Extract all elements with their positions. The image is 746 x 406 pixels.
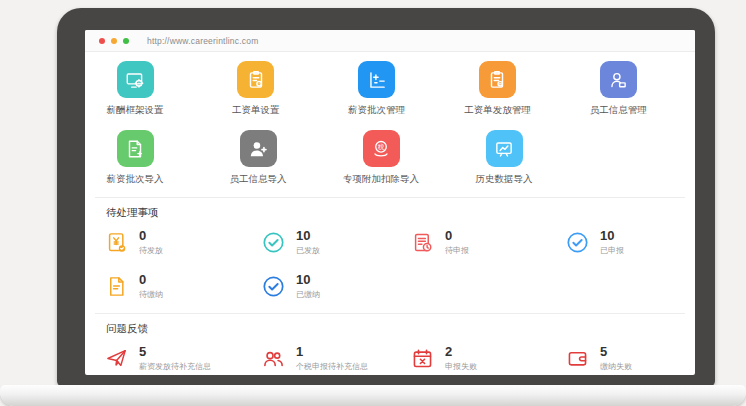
app-history-data-import[interactable]: 历史数据导入 <box>460 130 583 186</box>
app-label: 历史数据导入 <box>476 173 533 186</box>
app-payslip-distribution-management[interactable]: 工资单发放管理 <box>453 61 574 117</box>
stat-value: 5 <box>600 345 632 359</box>
stat-label: 缴纳失败 <box>600 361 632 372</box>
app-label: 薪资批次导入 <box>107 173 164 186</box>
browser-bar: http://www.careerintlinc.com <box>85 30 695 52</box>
app-payslip-settings[interactable]: 工资单设置 <box>212 61 333 117</box>
stat-label: 已缴纳 <box>296 289 320 300</box>
stat-tax-pending-info[interactable]: 1 个税申报待补充信息 <box>262 345 411 372</box>
pending-stats-row-1: 0 待发放 10 已发放 <box>85 229 695 256</box>
app-label: 工资单设置 <box>232 104 280 117</box>
address-bar[interactable]: http://www.careerintlinc.com <box>147 36 258 46</box>
app-grid-row-1: 薪酬框架设置 工资单设置 <box>85 61 695 117</box>
doc-import-icon <box>117 130 154 167</box>
stat-paid[interactable]: 10 已缴纳 <box>262 273 411 300</box>
stat-to-distribute[interactable]: 0 待发放 <box>105 229 262 256</box>
feedback-stats-row: 5 薪资发放待补充信息 1 个税申报待补充信息 <box>85 345 695 372</box>
app-employee-info-import[interactable]: 员工信息导入 <box>214 130 337 186</box>
people-icon <box>262 347 285 370</box>
pending-stats-row-2: 0 待缴纳 10 已缴纳 <box>85 273 695 300</box>
laptop-base <box>0 385 746 406</box>
app-special-deduction-import[interactable]: 税 专项附加扣除导入 <box>337 130 460 186</box>
stat-value: 0 <box>445 229 469 243</box>
stat-declare-failed[interactable]: 2 申报失败 <box>411 345 566 372</box>
clipboard-send-icon <box>479 61 516 98</box>
monitor-gear-icon <box>117 61 154 98</box>
stat-distribution-pending-info[interactable]: 5 薪资发放待补充信息 <box>105 345 262 372</box>
stat-label: 已申报 <box>600 245 624 256</box>
paper-plane-icon <box>105 347 128 370</box>
svg-text:税: 税 <box>378 143 385 151</box>
doc-list-icon <box>105 275 128 298</box>
stat-value: 1 <box>296 345 368 359</box>
stat-value: 5 <box>139 345 211 359</box>
employee-card-icon <box>600 61 637 98</box>
pending-section-title: 待处理事项 <box>85 198 695 222</box>
app-label: 员工信息导入 <box>230 173 287 186</box>
close-icon[interactable] <box>99 38 105 44</box>
history-board-icon <box>486 130 523 167</box>
stat-value: 2 <box>445 345 477 359</box>
stat-label: 待发放 <box>139 245 163 256</box>
stat-to-declare[interactable]: 0 待申报 <box>411 229 566 256</box>
clipboard-gear-icon <box>237 61 274 98</box>
check-circle-icon <box>262 231 285 254</box>
app-employee-info-management[interactable]: 员工信息管理 <box>574 61 695 117</box>
doc-yen-icon <box>105 231 128 254</box>
app-grid-row-2: 薪资批次导入 员工信息导入 <box>85 130 695 186</box>
laptop-frame: http://www.careerintlinc.com 薪酬框架设置 <box>57 8 715 387</box>
stat-label: 已发放 <box>296 245 320 256</box>
stat-to-pay[interactable]: 0 待缴纳 <box>105 273 262 300</box>
tax-deduction-icon: 税 <box>363 130 400 167</box>
app-salary-framework-settings[interactable]: 薪酬框架设置 <box>91 61 212 117</box>
app-label: 专项附加扣除导入 <box>343 173 419 186</box>
stat-label: 待申报 <box>445 245 469 256</box>
chart-batch-icon <box>358 61 395 98</box>
calendar-x-icon <box>411 347 434 370</box>
wallet-icon <box>566 347 589 370</box>
maximize-icon[interactable] <box>123 38 129 44</box>
stat-label: 薪资发放待补充信息 <box>139 361 211 372</box>
stat-distributed[interactable]: 10 已发放 <box>262 229 411 256</box>
app-label: 工资单发放管理 <box>464 104 531 117</box>
check-circle-icon <box>566 231 589 254</box>
stat-value: 10 <box>296 229 320 243</box>
stat-label: 个税申报待补充信息 <box>296 361 368 372</box>
stat-pay-failed[interactable]: 5 缴纳失败 <box>566 345 676 372</box>
check-circle-icon <box>262 275 285 298</box>
doc-clock-icon <box>411 231 434 254</box>
feedback-section-title: 问题反馈 <box>85 314 695 338</box>
minimize-icon[interactable] <box>111 38 117 44</box>
app-label: 薪酬框架设置 <box>107 104 164 117</box>
stat-label: 待缴纳 <box>139 289 163 300</box>
stat-declared[interactable]: 10 已申报 <box>566 229 676 256</box>
app-label: 薪资批次管理 <box>348 104 405 117</box>
app-salary-batch-management[interactable]: 薪资批次管理 <box>333 61 454 117</box>
stat-value: 0 <box>139 229 163 243</box>
app-salary-batch-import[interactable]: 薪资批次导入 <box>91 130 214 186</box>
person-add-icon <box>240 130 277 167</box>
app-label: 员工信息管理 <box>590 104 647 117</box>
stat-value: 10 <box>296 273 320 287</box>
stat-label: 申报失败 <box>445 361 477 372</box>
laptop-screen: http://www.careerintlinc.com 薪酬框架设置 <box>85 30 695 375</box>
stat-value: 10 <box>600 229 624 243</box>
stat-value: 0 <box>139 273 163 287</box>
